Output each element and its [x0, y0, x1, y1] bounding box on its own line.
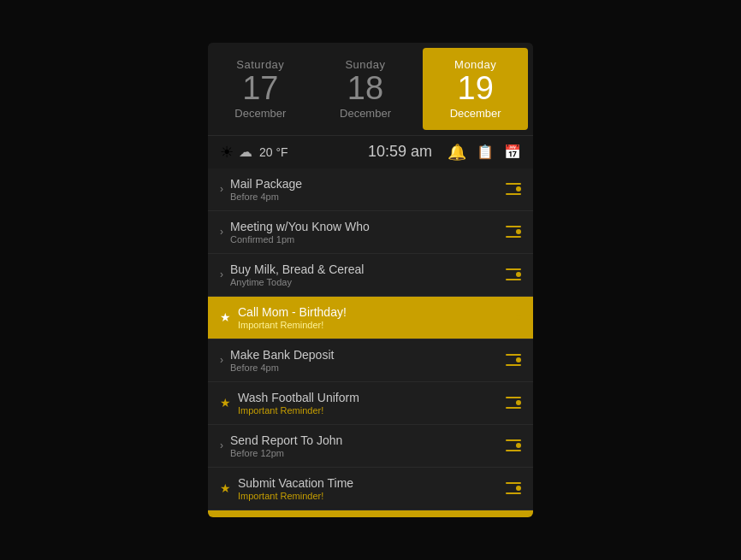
task-action-button[interactable]	[506, 397, 521, 409]
action-dot	[516, 443, 521, 448]
note-icon[interactable]: 📋	[477, 144, 494, 160]
task-action-button[interactable]	[506, 482, 521, 494]
action-dot	[516, 272, 521, 277]
action-line-bottom	[506, 407, 521, 409]
task-subtitle: Anytime Today	[230, 277, 499, 287]
action-line-top	[506, 226, 521, 227]
action-dot	[516, 315, 521, 320]
action-line-bottom	[506, 364, 521, 366]
task-item[interactable]: ★Wash Football UniformImportant Reminder…	[208, 382, 533, 425]
action-line-bottom	[506, 193, 521, 195]
task-title: Meeting w/You Know Who	[230, 220, 499, 233]
task-title: Send Report To John	[230, 433, 499, 447]
star-icon: ★	[220, 310, 231, 324]
task-item[interactable]: ›Buy Milk, Bread & CerealAnytime Today	[208, 254, 533, 297]
action-line-bottom	[506, 279, 521, 280]
action-line-bottom	[506, 321, 521, 323]
sunday-month: December	[340, 107, 391, 120]
action-line-top	[506, 397, 521, 398]
date-saturday[interactable]: Saturday 17 December	[208, 43, 313, 135]
chevron-icon: ›	[220, 439, 223, 451]
task-subtitle: Important Reminder!	[238, 320, 499, 330]
temperature: 20 °F	[259, 145, 288, 159]
task-subtitle: Confirmed 1pm	[230, 234, 499, 245]
bottom-bar	[208, 510, 533, 517]
action-dot	[516, 229, 521, 234]
action-line-top	[506, 183, 521, 185]
task-action-button[interactable]	[506, 268, 521, 280]
action-dot	[516, 400, 521, 405]
task-action-button[interactable]	[506, 354, 521, 366]
task-item[interactable]: ★Submit Vacation TimeImportant Reminder!	[208, 468, 533, 510]
sunday-label: Sunday	[345, 58, 385, 71]
task-action-button[interactable]	[506, 439, 521, 451]
task-action-button[interactable]	[506, 226, 521, 238]
calendar-icon[interactable]: 📅	[504, 144, 521, 160]
action-line-top	[506, 482, 521, 484]
task-item[interactable]: ›Meeting w/You Know WhoConfirmed 1pm	[208, 211, 533, 254]
task-subtitle: Important Reminder!	[238, 491, 499, 501]
date-monday[interactable]: Monday 19 December	[423, 48, 528, 130]
action-dot	[516, 486, 521, 491]
date-sunday[interactable]: Sunday 18 December	[313, 43, 418, 135]
cloud-icon: ☁	[239, 144, 252, 160]
task-content: Wash Football UniformImportant Reminder!	[238, 391, 499, 416]
date-header: Saturday 17 December Sunday 18 December …	[208, 43, 533, 135]
weather-bar: ☀ ☁ 20 °F 10:59 am 🔔 📋 📅	[208, 135, 533, 168]
task-title: Make Bank Deposit	[230, 348, 499, 362]
chevron-icon: ›	[220, 268, 223, 280]
saturday-month: December	[234, 107, 286, 120]
task-subtitle: Before 12pm	[230, 448, 499, 458]
monday-num: 19	[458, 71, 494, 107]
task-list: ›Mail PackageBefore 4pm›Meeting w/You Kn…	[208, 168, 533, 510]
action-line-bottom	[506, 492, 521, 494]
task-subtitle: Before 4pm	[230, 192, 499, 202]
task-content: Meeting w/You Know WhoConfirmed 1pm	[230, 220, 499, 245]
task-subtitle: Before 4pm	[230, 363, 499, 373]
task-title: Submit Vacation Time	[238, 476, 499, 490]
action-dot	[516, 357, 521, 363]
action-line-bottom	[506, 450, 521, 451]
action-line-top	[506, 268, 521, 270]
task-title: Wash Football Uniform	[238, 391, 499, 404]
task-content: Submit Vacation TimeImportant Reminder!	[238, 476, 499, 501]
star-icon: ★	[220, 481, 231, 495]
task-action-button[interactable]	[506, 183, 521, 195]
monday-label: Monday	[454, 58, 496, 71]
task-content: Make Bank DepositBefore 4pm	[230, 348, 499, 373]
calendar-widget: Saturday 17 December Sunday 18 December …	[208, 43, 533, 517]
current-time: 10:59 am	[368, 143, 432, 161]
star-icon: ★	[220, 396, 231, 410]
action-line-bottom	[506, 236, 521, 238]
action-line-top	[506, 354, 521, 356]
task-item[interactable]: ★Call Mom - Birthday!Important Reminder!	[208, 297, 533, 339]
task-item[interactable]: ›Make Bank DepositBefore 4pm	[208, 339, 533, 382]
task-subtitle: Important Reminder!	[238, 405, 499, 416]
task-item[interactable]: ›Send Report To JohnBefore 12pm	[208, 425, 533, 468]
task-title: Mail Package	[230, 177, 499, 191]
sunday-num: 18	[347, 71, 383, 107]
chevron-icon: ›	[220, 226, 223, 238]
task-content: Buy Milk, Bread & CerealAnytime Today	[230, 262, 499, 287]
chevron-icon: ›	[220, 354, 223, 366]
task-content: Call Mom - Birthday!Important Reminder!	[238, 305, 499, 330]
action-line-top	[506, 311, 521, 313]
task-action-button[interactable]	[506, 311, 521, 323]
task-title: Buy Milk, Bread & Cereal	[230, 262, 499, 276]
saturday-num: 17	[242, 71, 278, 107]
action-line-top	[506, 439, 521, 441]
monday-month: December	[450, 107, 501, 120]
task-title: Call Mom - Birthday!	[238, 305, 499, 319]
bell-icon[interactable]: 🔔	[448, 143, 466, 162]
task-content: Mail PackageBefore 4pm	[230, 177, 499, 202]
saturday-label: Saturday	[236, 58, 284, 71]
task-content: Send Report To JohnBefore 12pm	[230, 433, 499, 458]
sun-icon: ☀	[220, 143, 234, 162]
action-dot	[516, 186, 521, 192]
chevron-icon: ›	[220, 183, 223, 195]
task-item[interactable]: ›Mail PackageBefore 4pm	[208, 168, 533, 211]
